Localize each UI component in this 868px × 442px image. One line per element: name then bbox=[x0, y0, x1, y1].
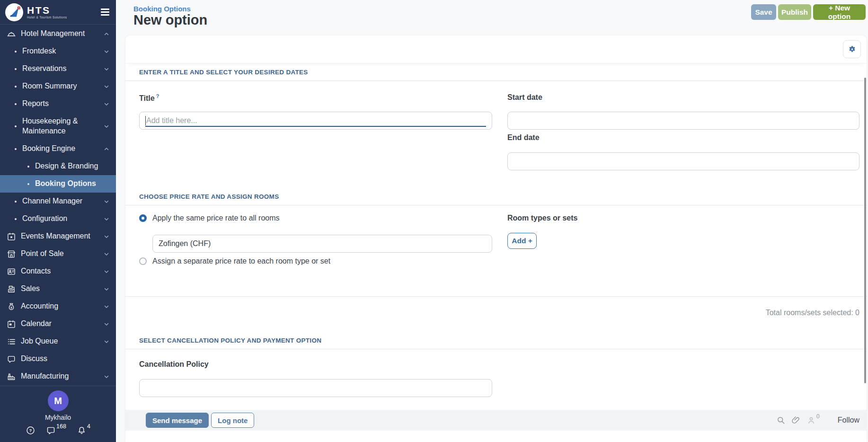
chevron-down-icon[interactable] bbox=[103, 198, 110, 205]
cancellation-policy-input[interactable] bbox=[139, 379, 492, 397]
sidebar-item-label: Calendar bbox=[21, 319, 52, 329]
chevron-down-icon[interactable] bbox=[103, 373, 110, 380]
section-divider bbox=[125, 296, 867, 297]
chevron-down-icon[interactable] bbox=[103, 101, 110, 107]
shop-icon bbox=[7, 249, 16, 259]
sidebar-item-hotel-management[interactable]: Hotel Management bbox=[0, 25, 116, 43]
chevron-down-icon[interactable] bbox=[103, 83, 110, 90]
messages-count: 168 bbox=[56, 423, 66, 430]
sidebar-item-reports[interactable]: Reports bbox=[0, 95, 116, 113]
sidebar-item-room-summary[interactable]: Room Summary bbox=[0, 78, 116, 95]
sidebar-item-point-of-sale[interactable]: Point of Sale bbox=[0, 245, 116, 263]
svg-text:$: $ bbox=[10, 305, 12, 309]
pricelist-select[interactable]: Zofingen (CHF) bbox=[152, 235, 492, 253]
cash-register-icon bbox=[7, 284, 16, 294]
log-note-button[interactable]: Log note bbox=[211, 413, 254, 428]
bullet-icon bbox=[15, 68, 17, 70]
sidebar-item-calendar[interactable]: Calendar bbox=[0, 315, 116, 333]
chevron-down-icon[interactable] bbox=[103, 303, 110, 310]
sidebar-item-channel-manager[interactable]: Channel Manager bbox=[0, 193, 116, 210]
radio-same-price-rate[interactable]: Apply the same price rate to all rooms bbox=[139, 214, 280, 222]
add-room-type-button[interactable]: Add + bbox=[507, 233, 537, 249]
search-icon[interactable] bbox=[776, 415, 786, 425]
bullet-icon bbox=[15, 201, 17, 203]
sidebar-nav: Hotel ManagementFrontdeskReservationsRoo… bbox=[0, 25, 116, 385]
chevron-down-icon[interactable] bbox=[103, 338, 110, 345]
sidebar-item-label: Discuss bbox=[21, 354, 47, 364]
end-date-input[interactable] bbox=[507, 152, 859, 170]
sidebar-item-configuration[interactable]: Configuration bbox=[0, 210, 116, 228]
avatar[interactable]: M bbox=[48, 390, 69, 411]
sidebar-item-contacts[interactable]: Contacts bbox=[0, 263, 116, 280]
sidebar-item-label: Channel Manager bbox=[22, 196, 82, 206]
radio-unselected-icon[interactable] bbox=[139, 257, 147, 265]
sidebar-item-discuss[interactable]: Discuss bbox=[0, 350, 116, 368]
sidebar: HTS Hotel & Tourism Solutions Hotel Mana… bbox=[0, 0, 116, 442]
notifications-bell-icon[interactable]: 4 bbox=[77, 425, 90, 435]
sidebar-item-label: Hotel Management bbox=[21, 29, 85, 39]
save-button[interactable]: Save bbox=[751, 4, 776, 20]
sidebar-item-accounting[interactable]: $Accounting bbox=[0, 298, 116, 315]
room-types-label: Room types or sets bbox=[507, 214, 577, 222]
follow-button[interactable]: Follow bbox=[838, 416, 859, 424]
chevron-down-icon[interactable] bbox=[103, 268, 110, 275]
title-input[interactable]: Add title here... bbox=[139, 112, 492, 130]
radio-separate-price-rate[interactable]: Assign a separate price rate to each roo… bbox=[139, 257, 330, 265]
publish-button[interactable]: Publish bbox=[778, 4, 811, 20]
messages-icon[interactable]: 168 bbox=[46, 425, 66, 435]
chevron-down-icon[interactable] bbox=[103, 123, 110, 130]
sidebar-logo-row: HTS Hotel & Tourism Solutions bbox=[0, 0, 116, 25]
sidebar-item-events-management[interactable]: Events Management bbox=[0, 228, 116, 245]
sidebar-item-booking-engine[interactable]: Booking Engine bbox=[0, 140, 116, 158]
chevron-down-icon[interactable] bbox=[103, 216, 110, 222]
vertical-scrollbar[interactable] bbox=[864, 78, 866, 383]
cloche-icon bbox=[7, 29, 16, 39]
hamburger-menu-icon[interactable] bbox=[101, 9, 109, 15]
page-title: New option bbox=[133, 12, 207, 28]
logo-tagline: Hotel & Tourism Solutions bbox=[27, 16, 67, 19]
sidebar-item-manufacturing[interactable]: Manufacturing bbox=[0, 368, 116, 385]
user-name: Mykhailo bbox=[45, 414, 71, 421]
sidebar-item-housekeeping-maintenance[interactable]: Housekeeping & Maintenance bbox=[0, 113, 116, 140]
hts-logo-icon bbox=[5, 3, 23, 21]
breadcrumb[interactable]: Booking Options bbox=[133, 5, 191, 13]
chevron-up-icon[interactable] bbox=[103, 31, 110, 37]
calendar-icon bbox=[7, 319, 16, 329]
chevron-down-icon[interactable] bbox=[103, 233, 110, 240]
sidebar-item-label: Configuration bbox=[22, 214, 67, 224]
chevron-down-icon[interactable] bbox=[103, 66, 110, 72]
sidebar-item-label: Reservations bbox=[22, 64, 66, 74]
title-placeholder: Add title here... bbox=[146, 116, 197, 125]
sidebar-item-sales[interactable]: Sales bbox=[0, 280, 116, 298]
attachment-paperclip-icon[interactable] bbox=[791, 415, 801, 425]
sidebar-item-label: Manufacturing bbox=[21, 371, 69, 381]
sidebar-item-job-queue[interactable]: Job Queue bbox=[0, 333, 116, 350]
new-option-button[interactable]: + New option bbox=[813, 4, 866, 20]
chatter-bar: Send message Log note 0 Follow bbox=[125, 410, 867, 431]
send-message-button[interactable]: Send message bbox=[146, 413, 209, 428]
sidebar-item-frontdesk[interactable]: Frontdesk bbox=[0, 43, 116, 60]
chevron-down-icon[interactable] bbox=[103, 251, 110, 257]
start-date-input[interactable] bbox=[507, 112, 859, 130]
followers-icon[interactable]: 0 bbox=[806, 415, 820, 425]
radio-selected-icon[interactable] bbox=[139, 214, 147, 222]
chevron-up-icon[interactable] bbox=[103, 146, 110, 152]
sidebar-item-design-branding[interactable]: Design & Branding bbox=[0, 158, 116, 175]
chevron-down-icon[interactable] bbox=[103, 48, 110, 55]
gear-icon[interactable] bbox=[843, 40, 861, 58]
form-card: ENTER A TITLE AND SELECT YOUR DESIRED DA… bbox=[125, 35, 867, 442]
end-date-label: End date bbox=[507, 133, 540, 142]
chevron-down-icon[interactable] bbox=[103, 321, 110, 327]
help-icon[interactable]: ? bbox=[26, 425, 35, 435]
sidebar-item-booking-options[interactable]: Booking Options bbox=[0, 175, 116, 193]
bullet-icon bbox=[15, 86, 17, 88]
sidebar-item-reservations[interactable]: Reservations bbox=[0, 60, 116, 78]
main-content: Booking Options New option Save Publish … bbox=[116, 0, 868, 442]
cancellation-policy-label: Cancellation Policy bbox=[139, 360, 209, 369]
start-date-label: Start date bbox=[507, 93, 542, 102]
bullet-icon bbox=[27, 183, 29, 185]
sidebar-item-label: Events Management bbox=[21, 231, 90, 241]
sidebar-item-label: Job Queue bbox=[21, 336, 58, 346]
chevron-down-icon[interactable] bbox=[103, 286, 110, 292]
text-caret bbox=[145, 116, 146, 125]
